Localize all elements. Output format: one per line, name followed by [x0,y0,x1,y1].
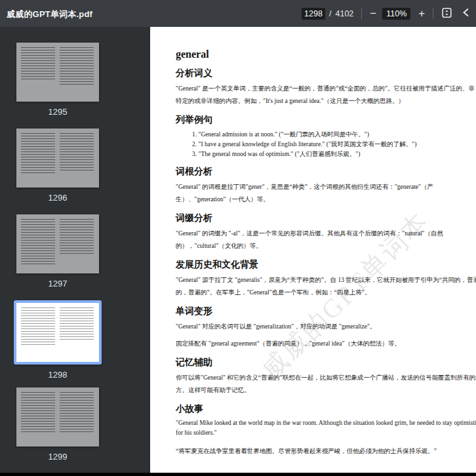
thumbnail-text-column [21,47,55,81]
thumbnail-page-number: 1299 [16,452,99,462]
fit-to-page-button[interactable] [441,7,452,20]
section-heading: 词缀分析 [176,212,476,224]
paragraph-line: "General" 的词缀为 "-al"，这是一个常见的形容词后缀。其他具有这个… [176,228,476,240]
paragraph-line: "General" 源于拉丁文 "generalis"，原意为“关于种类的”。自… [176,274,476,287]
paragraph-line: 你可以将"General" 和它的含义“普遍的”联想在一起，比如将它想象成一个广… [176,372,476,384]
thumbnail-text-column [21,392,55,434]
story-line-cn: “将军麦克在战争室里看着世界地图。尽管形势看起来很严峻，但他必须为他的士兵保持乐… [176,445,476,458]
thumbnail-page-number: 1298 [16,370,99,380]
section-heading: 记忆辅助 [176,357,476,368]
paragraph-line: 固定搭配有 "general agreement"（普遍的同意），"genera… [176,338,476,350]
thumbnail-text-column [60,133,94,172]
example-sentence-list: 1. "General admission is at noon." ("一般门… [176,130,476,159]
zoom-out-button[interactable]: − [370,8,376,19]
word-title: general [176,48,476,61]
pdf-viewer-window: 威威的GPT单词本.pdf 1298 / 4102 − 110% + [0,0,476,476]
page-number-input[interactable]: 1298 [302,8,325,20]
thumbnail-text-column [60,47,94,85]
toolbar-divider [361,8,362,19]
zoom-in-button[interactable]: + [418,8,425,19]
paragraph-line: "General" 是一个英文单词，主要的含义是“一般的，普通的”或“全面的，总… [176,83,476,95]
thumbnail-sidebar: 1295 1296 1297 [0,27,149,473]
toolbar-divider [433,8,433,19]
section-heading: 发展历史和文化背景 [176,259,476,271]
zoom-level-input[interactable]: 110% [382,8,410,20]
thumbnail-text-column [60,392,94,433]
section-heading: 小故事 [176,403,476,415]
page-separator: / [329,9,331,18]
paragraph-line: 的），"cultural"（文化的）等。 [176,240,476,252]
paragraph-line: "General" 的词根是拉丁词"gener"，意思是“种类”，这个词根的其他… [176,181,476,193]
section-heading: 分析词义 [176,68,476,79]
section-heading: 词根分析 [176,166,476,178]
toolbar-controls: 1298 / 4102 − 110% + [302,0,470,27]
thumbnail-text-column [21,219,55,265]
thumbnail-item: 1295 [0,43,149,117]
page-thumbnail[interactable] [16,129,99,188]
thumbnail-item: 1299 [0,387,149,462]
thumbnail-page-number: 1296 [16,193,99,203]
rotate-button-clipped[interactable] [462,8,470,19]
thumbnail-page-number: 1297 [16,279,99,288]
thumbnail-text-column [60,219,94,255]
thumbnail-text-column [21,307,55,346]
page-total: 4102 [335,9,353,18]
window-bottom-edge [0,473,476,476]
thumbnail-item: 1296 [0,129,149,203]
story-line-en: for his soldiers." [176,428,476,438]
page-thumbnail[interactable] [16,387,99,446]
paragraph-line: 方。这样可能有助于记忆。 [176,384,476,397]
toolbar: 威威的GPT单词本.pdf 1298 / 4102 − 110% + [0,0,476,27]
list-item: 3. "The general mood was of optimism." (… [192,149,476,159]
thumbnail-item-selected: 1298 [0,300,149,380]
thumbnail-list: 1295 1296 1297 [0,27,149,462]
thumbnail-item: 1297 [0,214,149,288]
paragraph-line: 特定的或非详细的内容。例如，"It's just a general idea.… [176,95,476,108]
chevron-left-icon [462,8,470,19]
page-thumbnail[interactable] [16,214,99,273]
list-item: 2. "I have a general knowledge of Englis… [192,140,476,149]
thumbnail-text-column [60,307,94,342]
thumbnail-page-number: 1295 [16,107,99,117]
story-line-en: "General Mike looked at the world map in… [176,418,476,428]
page-thumbnail[interactable] [16,43,99,102]
paragraph-line: 生）、"generation"（一代人）等。 [176,193,476,206]
pdf-page: 威威的GPT单词本 general 分析词义 "General" 是一个英文单词… [150,27,476,473]
document-title: 威威的GPT单词本.pdf [7,9,92,20]
section-heading: 列举例句 [176,114,476,126]
page-thumbnail-selected[interactable] [14,300,102,365]
fit-to-page-icon [441,7,452,20]
paragraph-line: 的，普遍的”。在军事上，"General"也是一个军衔，例如：“四星上将”。 [176,287,476,299]
paragraph-line: "General" 对应的名词可以是 "generalization"，对应的动… [176,321,476,333]
thumbnail-text-column [21,133,55,174]
list-item: 1. "General admission is at noon." ("一般门… [192,130,476,140]
section-heading: 单词变形 [176,306,476,317]
